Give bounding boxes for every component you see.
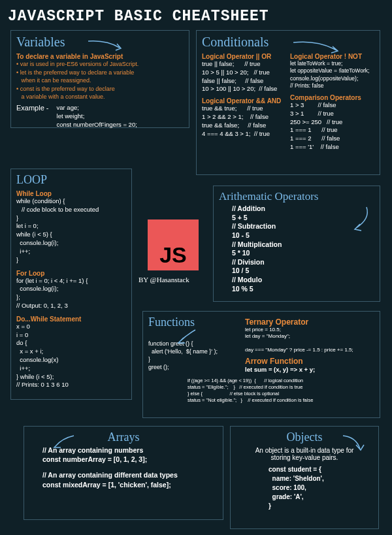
- arrow-fn-heading: Arrow Function: [245, 357, 374, 366]
- variables-bullet: • let is the preferred way to declare a …: [16, 69, 184, 85]
- arithmetic-heading: Arithematic Operators: [219, 190, 318, 203]
- arithmetic-body: // Addition 5 + 5 // Subtraction 10 - 5 …: [232, 204, 374, 293]
- and-heading: Logical Operator && AND: [202, 97, 286, 105]
- loop-section: LOOP While Loop while (condition) { // c…: [10, 169, 132, 400]
- byline: BY @Hasanstack: [139, 276, 189, 284]
- dowhile-body: x = 0 i = 0 do { x = x + i; console.log(…: [16, 323, 126, 390]
- while-heading: While Loop: [16, 190, 126, 197]
- ifelse-body: if ((age >= 14) && (age < 19)) { // logi…: [188, 378, 374, 403]
- objects-desc: An object is a built-in data type for st…: [236, 447, 373, 461]
- variables-section: Variables To declare a variable in JavaS…: [10, 30, 189, 128]
- arrow-icon: [87, 39, 126, 54]
- example-label: Example -: [16, 104, 49, 129]
- variables-heading: Variables: [16, 35, 65, 50]
- conditionals-heading: Conditionals: [202, 35, 269, 50]
- ternary-heading: Ternary Operator: [245, 317, 374, 327]
- comp-heading: Comparison Operators: [290, 94, 374, 101]
- ternary-body: let price = 10.5; let day = "Monday"; da…: [245, 327, 374, 354]
- arrays-comment1: // An array containing numbers: [42, 446, 218, 455]
- arrays-heading: Arrays: [108, 430, 140, 444]
- variables-intro: To declare a variable in JavaScript: [16, 53, 184, 60]
- arrow-fn-body: let sum = (x, y) => x + y;: [245, 366, 374, 374]
- arrays-comment2: // An array containing different data ty…: [42, 470, 218, 479]
- dowhile-heading: Do...While Statement: [16, 316, 126, 323]
- functions-heading: Functions: [148, 316, 195, 329]
- functions-body: function greet () { alert ('Hello, ${ na…: [148, 340, 240, 372]
- conditionals-section: Conditionals Logical Operator || OR true…: [196, 30, 380, 175]
- objects-section: Objects An object is a built-in data typ…: [230, 426, 379, 529]
- or-heading: Logical Operator || OR: [202, 53, 286, 60]
- page-title: JAVASCRIPT BASIC CHEATSHEET: [8, 8, 384, 25]
- arithmetic-section: Arithematic Operators // Addition 5 + 5 …: [213, 186, 380, 302]
- comp-body: 1 > 3 // false 3 > 1 // true 250 >= 250 …: [290, 101, 374, 152]
- objects-heading: Objects: [287, 430, 323, 444]
- arrays-code2: const mixedArray = [1, 'chicken', false]…: [42, 480, 218, 489]
- for-heading: For Loop: [16, 270, 126, 277]
- functions-section: Functions function greet () { alert ('He…: [142, 311, 380, 418]
- arrays-code1: const numberArray = [0, 1, 2, 3];: [42, 455, 218, 464]
- variables-bullet: • const is the preferred way to declare …: [16, 85, 184, 101]
- js-logo: JS: [148, 219, 199, 270]
- objects-body: const student = { name: 'Sheldon', score…: [269, 465, 373, 511]
- while-body: while (condition) { // code block to be …: [16, 197, 126, 265]
- variables-bullet: • var is used in pre-ES6 versions of Jav…: [16, 60, 184, 69]
- not-body: let lateToWork = true; let oppositeValue…: [290, 60, 374, 90]
- arrays-section: Arrays // An array containing numbers co…: [24, 426, 223, 520]
- variables-example: var age; let weight; const numberOfFinge…: [57, 104, 137, 129]
- and-body: true && true; // true 1 > 2 && 2 > 1; //…: [202, 105, 286, 138]
- or-body: true || false; // true 10 > 5 || 10 > 20…: [202, 60, 286, 93]
- not-heading: Logical Operator ! NOT: [290, 53, 374, 60]
- loop-heading: LOOP: [16, 173, 47, 187]
- for-body: for (let i = 0; i < 4; i += 1) { console…: [16, 277, 126, 310]
